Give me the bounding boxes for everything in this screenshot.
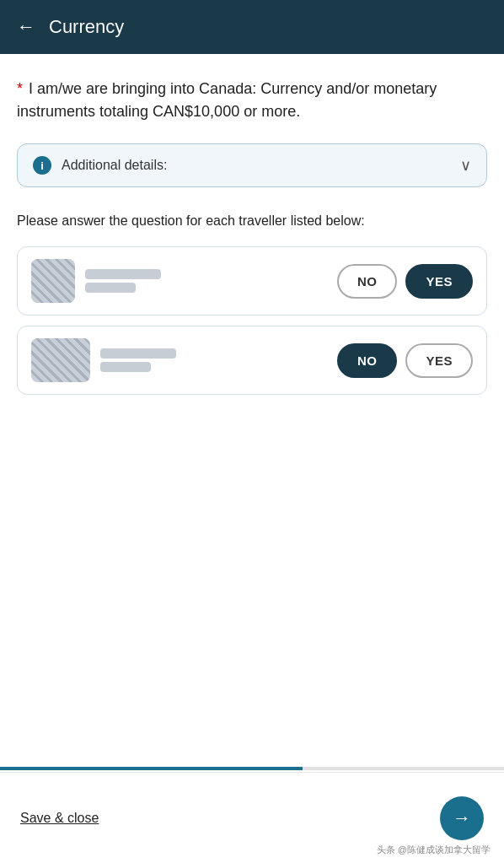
progress-bar-fill <box>0 767 303 770</box>
main-content: * I am/we are bringing into Canada: Curr… <box>0 54 504 395</box>
traveller-name-block <box>100 348 176 372</box>
info-icon: i <box>33 156 51 175</box>
chevron-down-icon: ∨ <box>460 156 471 175</box>
traveller-card: NO YES <box>17 246 487 316</box>
traveller-instruction: Please answer the question for each trav… <box>17 211 487 231</box>
traveller-name-line <box>100 362 151 372</box>
traveller-avatar <box>31 338 90 382</box>
answer-btn-group: NO YES <box>337 343 473 378</box>
traveller-info <box>31 338 176 382</box>
save-close-button[interactable]: Save & close <box>20 811 99 826</box>
traveller-name-line <box>85 283 136 293</box>
page-header: ← Currency <box>0 0 504 54</box>
watermark: 头条 @陈健成谈加拿大留学 <box>377 844 491 856</box>
next-button[interactable]: → <box>440 796 484 840</box>
accordion-label: Additional details: <box>62 158 167 173</box>
traveller-name-block <box>85 269 161 293</box>
back-button[interactable]: ← <box>17 18 35 36</box>
answer-btn-group: NO YES <box>337 264 473 299</box>
required-asterisk: * <box>17 80 23 97</box>
yes-button[interactable]: YES <box>405 264 473 299</box>
accordion-left: i Additional details: <box>33 156 167 175</box>
traveller-avatar <box>31 259 75 303</box>
traveller-name-line <box>100 348 176 359</box>
arrow-right-icon: → <box>453 807 471 829</box>
question-text: * I am/we are bringing into Canada: Curr… <box>17 78 487 123</box>
traveller-name-line <box>85 269 161 279</box>
traveller-card: NO YES <box>17 326 487 395</box>
yes-button[interactable]: YES <box>405 343 473 378</box>
additional-details-accordion[interactable]: i Additional details: ∨ <box>17 143 487 187</box>
page-title: Currency <box>49 16 124 38</box>
progress-bar-container <box>0 767 504 770</box>
no-button[interactable]: NO <box>337 264 398 299</box>
traveller-info <box>31 259 161 303</box>
no-button[interactable]: NO <box>337 343 398 378</box>
